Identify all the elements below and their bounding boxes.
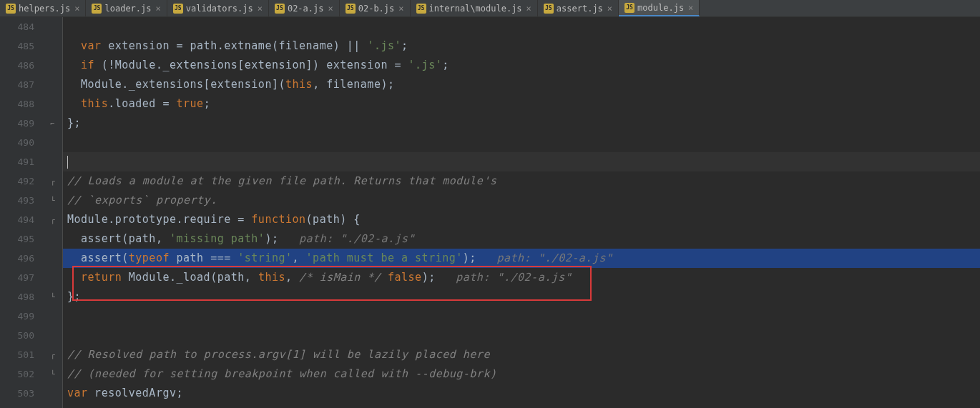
fold-marker — [43, 133, 62, 152]
line-number[interactable]: 487 — [0, 75, 34, 94]
line-number[interactable]: 497 — [0, 268, 34, 287]
line-number[interactable]: 499 — [0, 307, 34, 326]
js-file-icon: JS — [346, 4, 356, 14]
js-file-icon: JS — [416, 4, 426, 14]
code-line[interactable]: // (needed for setting breakpoint when c… — [63, 364, 980, 384]
fold-start-icon[interactable]: ┌ — [43, 345, 62, 364]
fold-end-icon[interactable]: └ — [43, 287, 62, 307]
fold-marker — [43, 56, 62, 75]
line-number[interactable]: 498 — [0, 287, 34, 307]
line-number[interactable]: 492 — [0, 171, 34, 191]
code-line[interactable]: // Resolved path to process.argv[1] will… — [63, 345, 980, 364]
close-icon[interactable]: × — [526, 4, 531, 14]
code-line[interactable]: }; — [63, 287, 980, 307]
code-line[interactable]: Module.prototype.require = function(path… — [63, 210, 980, 229]
js-file-icon: JS — [6, 4, 16, 14]
tab-assert[interactable]: JS assert.js × — [538, 0, 619, 16]
close-icon[interactable]: × — [258, 4, 263, 14]
tab-02a[interactable]: JS 02-a.js × — [269, 0, 340, 16]
tab-label: module.js — [637, 3, 684, 13]
fold-marker — [43, 94, 62, 114]
close-icon[interactable]: × — [607, 4, 612, 14]
tab-module[interactable]: JS module.js × — [619, 0, 700, 16]
line-number[interactable]: 500 — [0, 326, 34, 345]
line-number[interactable]: 484 — [0, 17, 34, 36]
tab-internal-module[interactable]: JS internal\module.js × — [411, 0, 538, 16]
js-file-icon: JS — [624, 3, 634, 13]
line-number[interactable]: 493 — [0, 191, 34, 210]
line-number[interactable]: 501 — [0, 345, 34, 364]
fold-start-icon[interactable]: ┌ — [43, 210, 62, 229]
code-line[interactable]: this.loaded = true; — [63, 94, 980, 114]
close-icon[interactable]: × — [74, 4, 79, 14]
fold-end-icon[interactable]: └ — [43, 191, 62, 210]
code-line[interactable]: var extension = path.extname(filename) |… — [63, 36, 980, 56]
fold-marker — [43, 307, 62, 326]
tab-label: internal\module.js — [429, 4, 522, 14]
code-line[interactable]: // Loads a module at the given file path… — [63, 171, 980, 191]
fold-marker — [43, 36, 62, 56]
line-number[interactable]: 495 — [0, 229, 34, 249]
code-line[interactable]: }; — [63, 114, 980, 133]
tab-label: 02-a.js — [288, 4, 324, 14]
js-file-icon: JS — [544, 4, 554, 14]
tab-helpers[interactable]: JS helpers.js × — [0, 0, 86, 16]
fold-marker — [43, 384, 62, 403]
code-line[interactable]: return Module._load(path, this, /* isMai… — [63, 268, 980, 287]
code-line[interactable] — [63, 133, 980, 152]
line-number[interactable]: 490 — [0, 133, 34, 152]
js-file-icon: JS — [173, 4, 183, 14]
tab-bar: JS helpers.js × JS loader.js × JS valida… — [0, 0, 980, 17]
inline-hint: path: "./02-a.js" — [456, 271, 572, 284]
fold-marker — [43, 17, 62, 36]
line-number[interactable]: 496 — [0, 249, 34, 268]
code-area[interactable]: var extension = path.extname(filename) |… — [63, 17, 980, 408]
code-line[interactable]: var resolvedArgv; — [63, 384, 980, 403]
line-number[interactable]: 491 — [0, 152, 34, 171]
code-line[interactable] — [63, 326, 980, 345]
code-line[interactable]: Module._extensions[extension](this, file… — [63, 75, 980, 94]
line-number[interactable]: 486 — [0, 56, 34, 75]
fold-marker — [43, 326, 62, 345]
fold-column: ⌐ ┌ └ ┌ └ ┌ └ — [43, 17, 63, 408]
fold-start-icon[interactable]: ┌ — [43, 171, 62, 191]
tab-label: assert.js — [557, 4, 603, 14]
close-icon[interactable]: × — [688, 3, 693, 13]
fold-end-icon[interactable]: └ — [43, 364, 62, 384]
js-file-icon: JS — [275, 4, 285, 14]
fold-end-icon[interactable]: ⌐ — [43, 114, 62, 133]
close-icon[interactable]: × — [328, 4, 333, 14]
fold-marker — [43, 75, 62, 94]
code-line[interactable] — [63, 152, 980, 171]
text-cursor — [67, 156, 68, 169]
tab-label: validators.js — [186, 4, 253, 14]
code-line[interactable] — [63, 307, 980, 326]
code-line[interactable]: // `exports` property. — [63, 191, 980, 210]
tab-02b[interactable]: JS 02-b.js × — [340, 0, 411, 16]
line-number[interactable]: 502 — [0, 364, 34, 384]
tab-label: 02-b.js — [358, 4, 395, 14]
line-number[interactable]: 503 — [0, 384, 34, 403]
close-icon[interactable]: × — [398, 4, 403, 14]
line-number[interactable]: 494 — [0, 210, 34, 229]
tab-loader[interactable]: JS loader.js × — [86, 0, 167, 16]
line-number[interactable]: 485 — [0, 36, 34, 56]
tab-label: loader.js — [104, 4, 151, 14]
inline-hint: path: "./02-a.js" — [299, 232, 415, 245]
fold-marker — [43, 249, 62, 268]
inline-hint: path: "./02-a.js" — [496, 252, 612, 264]
js-file-icon: JS — [92, 4, 102, 14]
code-line[interactable]: if (!Module._extensions[extension]) exte… — [63, 56, 980, 75]
tab-label: helpers.js — [19, 4, 70, 14]
fold-marker — [43, 152, 62, 171]
fold-marker — [43, 229, 62, 249]
line-number[interactable]: 489 — [0, 114, 34, 133]
code-line-highlighted[interactable]: assert(typeof path === 'string', 'path m… — [63, 249, 980, 268]
code-line[interactable] — [63, 17, 980, 36]
fold-marker — [43, 268, 62, 287]
code-line[interactable]: assert(path, 'missing path'); path: "./0… — [63, 229, 980, 249]
close-icon[interactable]: × — [156, 4, 161, 14]
line-number[interactable]: 488 — [0, 94, 34, 114]
tab-validators[interactable]: JS validators.js × — [167, 0, 269, 16]
editor: 484 485 486 487 488 489 490 491 492 493 … — [0, 17, 980, 408]
